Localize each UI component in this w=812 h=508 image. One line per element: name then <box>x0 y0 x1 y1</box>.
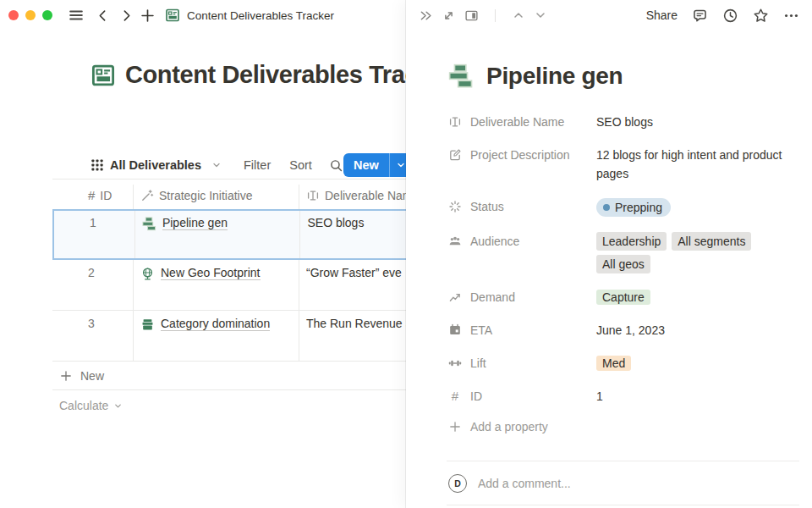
new-tab-plus-icon[interactable] <box>140 8 156 24</box>
filter-button[interactable]: Filter <box>244 158 271 172</box>
new-button-label[interactable]: New <box>343 158 389 172</box>
record-link[interactable]: Category domination <box>161 317 270 331</box>
add-property-button[interactable]: Add a property <box>448 420 798 433</box>
title-icon <box>306 189 320 202</box>
page-database-icon[interactable] <box>91 63 116 88</box>
open-as-sidebar-icon[interactable] <box>464 8 479 23</box>
globe-icon <box>140 267 155 281</box>
window-title: Content Deliverables Tracker <box>187 9 334 22</box>
property-row-lift: Lift Med <box>448 354 798 373</box>
property-label[interactable]: ETA <box>448 321 596 340</box>
updates-clock-icon[interactable] <box>722 8 738 24</box>
cell-id[interactable]: 2 <box>52 260 134 310</box>
search-icon[interactable] <box>329 158 343 173</box>
dumbbell-icon <box>448 356 462 370</box>
menu-hamburger-icon[interactable] <box>68 7 85 24</box>
property-label[interactable]: Lift <box>448 354 596 373</box>
page-header: Content Deliverables Tracker <box>91 61 454 89</box>
wand-icon <box>140 189 154 202</box>
trending-chart-icon <box>448 290 462 304</box>
view-selector[interactable]: All Deliverables <box>91 158 222 172</box>
property-label[interactable]: Audience <box>448 232 596 251</box>
window-titlebar: Content Deliverables Tracker <box>0 0 334 30</box>
traffic-lights <box>8 10 52 20</box>
previous-record-chevron-up-icon[interactable] <box>512 8 525 22</box>
column-header-strategic-initiative[interactable]: Strategic Initiative <box>134 185 299 209</box>
expand-page-icon[interactable] <box>442 8 456 23</box>
property-value[interactable]: Capture <box>596 288 650 306</box>
share-button[interactable]: Share <box>646 8 678 22</box>
property-label[interactable]: Status <box>448 197 596 216</box>
audience-tag: Leadership <box>596 232 667 251</box>
record-link[interactable]: New Geo Footprint <box>161 266 261 280</box>
property-value[interactable]: 1 <box>596 387 603 406</box>
view-toolbar: All Deliverables Filter Sort <box>91 152 374 178</box>
property-row-eta: ETA June 1, 2023 <box>448 321 798 340</box>
cell-strategic-initiative[interactable]: Category domination <box>134 311 299 361</box>
comments-icon[interactable] <box>692 8 708 24</box>
calendar-icon <box>448 323 462 337</box>
page-title[interactable]: Content Deliverables Tracker <box>125 61 454 89</box>
audience-tag: All segments <box>672 232 751 251</box>
record-peek-panel: Share Pipeline ge <box>406 0 812 508</box>
chevron-down-icon <box>211 160 222 170</box>
hash-icon: # <box>88 189 95 202</box>
edit-icon <box>448 148 462 162</box>
property-value[interactable]: June 1, 2023 <box>596 321 665 340</box>
property-label[interactable]: # ID <box>448 387 596 406</box>
pipeline-bars-icon[interactable] <box>448 64 474 89</box>
add-property-label: Add a property <box>470 420 548 433</box>
table-grid-icon <box>91 158 104 172</box>
app-window: Content Deliverables Tracker Content Del… <box>0 0 812 508</box>
close-window-button[interactable] <box>8 10 19 20</box>
record-title-block: Pipeline gen <box>448 63 623 90</box>
record-link[interactable]: Pipeline gen <box>162 216 228 230</box>
property-label[interactable]: Project Description <box>448 146 596 164</box>
property-row-deliverable-name: Deliverable Name SEO blogs <box>448 113 798 131</box>
plus-icon <box>59 369 73 383</box>
property-value[interactable]: Med <box>596 354 631 373</box>
record-title[interactable]: Pipeline gen <box>486 63 623 90</box>
property-row-project-description: Project Description 12 blogs for high in… <box>448 146 798 183</box>
panel-bottom-divider <box>447 505 799 505</box>
property-value[interactable]: 12 blogs for high intent and product pag… <box>596 146 782 183</box>
cell-id[interactable]: 3 <box>52 311 134 361</box>
close-peek-double-chevron-icon[interactable] <box>419 8 433 23</box>
calculate-label: Calculate <box>59 399 108 412</box>
property-value[interactable]: Prepping <box>596 197 671 217</box>
status-dot-icon <box>603 204 610 211</box>
people-icon <box>448 235 462 248</box>
property-label[interactable]: Deliverable Name <box>448 113 596 131</box>
chevron-down-icon <box>396 160 406 170</box>
toolbar-separator <box>495 9 496 22</box>
property-value[interactable]: SEO blogs <box>596 113 653 131</box>
demand-tag: Capture <box>596 290 650 305</box>
minimize-window-button[interactable] <box>25 10 36 20</box>
cell-strategic-initiative[interactable]: Pipeline gen <box>135 211 301 258</box>
new-record-button[interactable]: New <box>343 153 412 177</box>
sort-button[interactable]: Sort <box>289 158 312 172</box>
audience-tag: All geos <box>596 255 650 273</box>
lift-tag: Med <box>596 356 631 371</box>
zoom-window-button[interactable] <box>42 10 52 20</box>
favorite-star-icon[interactable] <box>753 8 769 24</box>
column-header-id[interactable]: # ID <box>52 185 134 209</box>
chevron-down-icon <box>113 401 123 411</box>
back-chevron-icon[interactable] <box>96 8 110 23</box>
comment-placeholder: Add a comment... <box>478 477 571 490</box>
property-row-status: Status Prepping <box>448 197 798 217</box>
more-ellipsis-icon[interactable] <box>783 8 799 24</box>
property-value[interactable]: Leadership All segments All geos <box>596 232 782 273</box>
comment-input[interactable]: D Add a comment... <box>448 471 798 496</box>
cell-id[interactable]: 1 <box>54 211 135 258</box>
cell-strategic-initiative[interactable]: New Geo Footprint <box>134 260 299 310</box>
plus-icon <box>448 420 462 433</box>
database-page-icon <box>165 8 180 23</box>
forward-chevron-icon[interactable] <box>119 8 134 23</box>
hash-icon: # <box>448 389 462 403</box>
property-label[interactable]: Demand <box>448 288 596 306</box>
comment-divider <box>447 461 799 461</box>
user-avatar: D <box>448 474 467 493</box>
pipeline-bars-icon <box>142 217 156 231</box>
next-record-chevron-down-icon[interactable] <box>534 8 547 22</box>
